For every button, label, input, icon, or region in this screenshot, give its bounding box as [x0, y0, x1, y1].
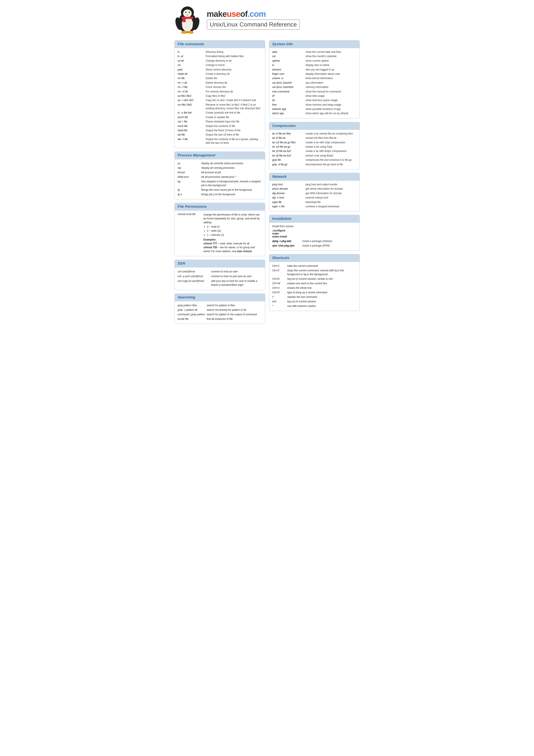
- table-row: ssh user@hostconnect to host as user: [178, 270, 262, 274]
- table-row: Ctrl+Zstops the current command, resume …: [272, 269, 357, 276]
- table-row: ssh -p port user@hostconnect to host on …: [178, 274, 262, 278]
- network-header: Network: [269, 173, 360, 180]
- file-commands-body: lsDirectory listing ls -alFormatted list…: [175, 48, 265, 148]
- table-row: cdChange to home: [178, 63, 262, 67]
- penguin-logo: [174, 4, 202, 35]
- searching-section: Searching grep pattern filessearch for p…: [174, 293, 265, 324]
- file-permissions-header: File Permissions: [175, 203, 265, 210]
- table-row: tar cjf file.tar.bz2create a tar with Bz…: [272, 149, 357, 153]
- table-row: locate filefind all instances of file: [178, 317, 262, 321]
- shortcuts-section: Shortcuts Ctrl+Chalts the current comman…: [269, 254, 360, 311]
- table-row: chmod octal file change the permissions …: [178, 213, 262, 253]
- table-row: Ctrl+Werases one word in the current lin…: [272, 282, 357, 285]
- table-row: uname -ashow kernel information: [272, 76, 357, 80]
- page-title: Unix/Linux Command Reference: [207, 19, 300, 30]
- ssh-section: SSH ssh user@hostconnect to host as user…: [174, 260, 265, 290]
- file-commands-section: File commands lsDirectory listing ls -al…: [174, 40, 265, 148]
- table-row: exitlog out of current session: [272, 300, 357, 304]
- table-row: touch fileCreate or update file: [178, 116, 262, 119]
- ssh-body: ssh user@hostconnect to host as user ssh…: [175, 267, 265, 290]
- table-row: tar czf file.tar.gz filescreate a tar wi…: [272, 141, 357, 145]
- table-row: Ctrl+Chalts the current command: [272, 264, 357, 268]
- system-info-section: System Info dateshow the current date an…: [269, 40, 360, 119]
- table-row: tail fileOutput the last 10 lines of fil…: [178, 133, 262, 137]
- table-row: fgBrings the most recent job to the fore…: [178, 188, 262, 192]
- searching-header: Searching: [175, 294, 265, 301]
- table-row: cp file1 file2Copy file1 to file2: [178, 94, 262, 98]
- svg-point-13: [181, 31, 187, 34]
- table-row: ln –s file linkCreate symbolic link link…: [178, 111, 262, 115]
- table-row: !!repeats the last command: [272, 295, 357, 299]
- install-source-label: Install from source:: [272, 225, 357, 228]
- svg-point-8: [186, 12, 186, 12]
- table-row: cat /proc /meminfomemory information: [272, 85, 357, 89]
- header-title-block: makeuseof.com Unix/Linux Command Referen…: [207, 10, 360, 30]
- svg-point-6: [185, 12, 187, 13]
- table-row: *use with extreme caution: [272, 304, 357, 308]
- process-management-section: Process Management psdisplay all current…: [174, 151, 265, 199]
- brand-name: makeuseof.com: [207, 10, 360, 19]
- table-row: rm –r dirDelete directory dir: [178, 81, 262, 85]
- table-row: dushow directory space usage: [272, 98, 357, 102]
- table-row: rm –f fileForce remove fire: [178, 85, 262, 89]
- table-row: grep -r pattern dirsearch recursively fo…: [178, 308, 262, 312]
- table-row: which appshow which app will be run by d…: [272, 112, 357, 115]
- main-layout: File commands lsDirectory listing ls -al…: [174, 40, 360, 327]
- svg-point-9: [189, 12, 190, 12]
- file-permissions-section: File Permissions chmod octal file change…: [174, 203, 265, 256]
- table-row: cat > filePlaces standard input into fil…: [178, 120, 262, 123]
- table-row: man commandshow the manual for command: [272, 90, 357, 94]
- table-row: head fileOutput the firest 10 lines of f…: [178, 129, 262, 132]
- table-row: freeshow memory and swap usage: [272, 103, 357, 107]
- svg-rect-16: [183, 18, 186, 22]
- searching-body: grep pattern filessearch for pattern in …: [175, 301, 265, 324]
- table-row: tar cf file.tar filescreate a tar named …: [272, 132, 357, 136]
- table-row: rm –rf dirFor remove directory dir: [178, 90, 262, 94]
- table-row: lsDirectory listing: [178, 50, 262, 54]
- table-row: rpm -Uvh pkg.rpm install a package (RPM): [272, 244, 357, 248]
- table-row: bglists stopped or background jobs; resu…: [178, 179, 262, 187]
- table-row: dateshow the current date and time: [272, 50, 357, 54]
- table-row: fg abrings job a to the foreground: [178, 192, 262, 196]
- table-row: mkdir dirCreate a directory dir: [178, 72, 262, 76]
- list-item: make: [272, 232, 357, 235]
- table-row: tar xf file.tarextract the files from fi…: [272, 136, 357, 140]
- table-row: dig domainget DNS information for domain: [272, 192, 357, 195]
- table-row: ping hostping host and output results: [272, 183, 357, 186]
- compression-header: Compression: [269, 122, 360, 130]
- svg-point-14: [188, 31, 194, 34]
- table-row: command | grep patternsearch for pattern…: [178, 312, 262, 316]
- ssh-header: SSH: [175, 260, 265, 267]
- table-row: kill pidkill process id pid: [178, 171, 262, 174]
- svg-point-7: [189, 12, 190, 13]
- table-row: Ctrl+Uerases the whole line: [272, 286, 357, 290]
- table-row: whois domainget whois information for do…: [272, 187, 357, 191]
- table-row: calshow this month's calendar: [272, 55, 357, 58]
- table-row: cp –r dir1 dir2Copy dir1 to dir2; create…: [178, 98, 262, 102]
- list-item: make install: [272, 235, 357, 238]
- table-row: dpkg -i pkg.deb install a package (Debia…: [272, 239, 357, 243]
- installation-body: Install from source: ./configure make ma…: [269, 223, 360, 251]
- table-row: cat /proc /cpuinfocpu information: [272, 81, 357, 85]
- svg-point-3: [183, 10, 192, 17]
- system-info-body: dateshow the current date and time calsh…: [269, 48, 360, 118]
- table-row: whereis appshow possible locations of ap…: [272, 107, 357, 111]
- table-row: Ctrl+Rtype to bring up a recent command: [272, 290, 357, 294]
- process-management-body: psdisplay all currently active processes…: [175, 159, 265, 199]
- table-row: cd dirChange directory to dir: [178, 59, 262, 63]
- right-column: System Info dateshow the current date an…: [269, 40, 360, 327]
- left-column: File commands lsDirectory listing ls -al…: [174, 40, 265, 327]
- shortcuts-body: Ctrl+Chalts the current command Ctrl+Zst…: [269, 262, 360, 311]
- system-info-header: System Info: [269, 40, 360, 48]
- table-row: dfshow disk usage: [272, 94, 357, 98]
- table-row: wget -c filecontinue a stopped download: [272, 205, 357, 208]
- table-row: tar xjf file.tar.bz2extract a tar using …: [272, 154, 357, 157]
- network-body: ping hostping host and output results wh…: [269, 180, 360, 211]
- table-row: mv file1 file2Rename or move file1 to fi…: [178, 103, 262, 111]
- table-row: rm fileDelete file: [178, 76, 262, 80]
- table-row: topdisplay all running processes: [178, 166, 262, 170]
- installation-header: Installation: [269, 215, 360, 223]
- table-row: psdisplay all currently active processes: [178, 161, 262, 165]
- installation-section: Installation Install from source: ./conf…: [269, 215, 360, 251]
- table-row: tail –f fileOutput the contents of file …: [178, 138, 262, 145]
